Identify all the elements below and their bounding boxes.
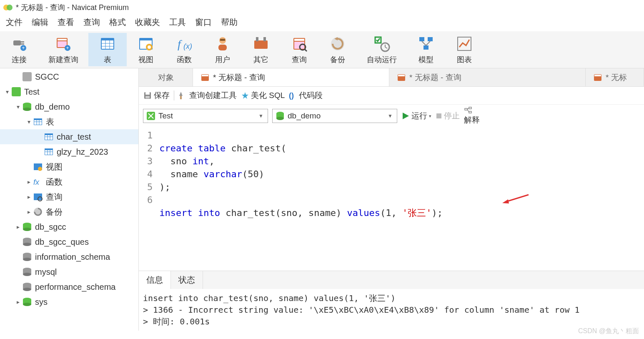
- connection-tree[interactable]: SGCC▾Test▾db_demo▾表char_testglzy_hz_2023…: [0, 68, 139, 331]
- tree-item[interactable]: performance_schema: [0, 279, 138, 294]
- menu-query[interactable]: 查询: [83, 17, 100, 28]
- tree-toggle-icon[interactable]: ▸: [14, 223, 22, 230]
- toolbar-chart[interactable]: 图表: [445, 33, 484, 66]
- tree-toggle-icon[interactable]: ▸: [25, 193, 33, 200]
- svg-text:(): (): [289, 91, 294, 100]
- toolbar-autorun[interactable]: 自动运行: [357, 33, 407, 66]
- model-icon: [417, 35, 435, 53]
- explain-button[interactable]: 解释: [464, 106, 480, 126]
- query-toolbar: 保存 查询创建工具 美化 SQL () 代码段: [139, 87, 644, 105]
- svg-rect-96: [145, 92, 150, 95]
- menu-view[interactable]: 查看: [58, 17, 74, 28]
- run-button[interactable]: 运行 ▾: [401, 110, 431, 121]
- conn-grey-icon: [22, 71, 33, 82]
- tree-item[interactable]: ▸sys: [0, 294, 138, 309]
- tree-item[interactable]: ▾Test: [0, 84, 138, 99]
- content-area: 对象* 无标题 - 查询* 无标题 - 查询* 无标 保存 查询创建工具 美化 …: [139, 68, 644, 331]
- document-tab[interactable]: * 无标题 - 查询: [193, 68, 389, 86]
- svg-rect-51: [34, 120, 42, 125]
- menu-favorites[interactable]: 收藏夹: [135, 17, 160, 28]
- tree-toggle-icon[interactable]: ▸: [25, 178, 33, 185]
- tree-item[interactable]: ▸查询: [0, 189, 138, 204]
- toolbar-label: 连接: [12, 55, 27, 65]
- tree-item[interactable]: mysql: [0, 264, 138, 279]
- sql-editor[interactable]: 123456 create table char_test( sno int, …: [139, 128, 644, 271]
- toolbar-model[interactable]: 模型: [407, 33, 445, 66]
- table-icon: [98, 35, 117, 53]
- menu-file[interactable]: 文件: [6, 17, 23, 28]
- document-tab[interactable]: 对象: [139, 68, 193, 86]
- tree-item[interactable]: ▸db_sgcc: [0, 219, 138, 234]
- tree-label: SGCC: [35, 72, 59, 82]
- svg-point-79: [23, 258, 31, 261]
- document-tab[interactable]: * 无标: [586, 68, 644, 86]
- explain-label: 解释: [464, 116, 480, 124]
- toolbar-plug[interactable]: +连接: [0, 33, 38, 66]
- svg-rect-107: [436, 113, 441, 118]
- svg-point-49: [23, 108, 31, 111]
- svg-rect-8: [58, 39, 67, 40]
- tree-item[interactable]: ▸fx函数: [0, 174, 138, 189]
- document-tab[interactable]: * 无标题 - 查询: [389, 68, 586, 86]
- toolbar-label: 用户: [215, 55, 230, 65]
- tree-toggle-icon[interactable]: ▾: [25, 118, 33, 125]
- result-tab-status[interactable]: 状态: [171, 271, 203, 289]
- connection-selector[interactable]: Test ▼: [143, 109, 268, 123]
- toolbar-user[interactable]: 用户: [203, 33, 242, 66]
- tab-label: * 无标: [606, 72, 627, 83]
- tree-item[interactable]: ▸备份: [0, 204, 138, 219]
- toolbar-other[interactable]: 其它: [242, 33, 280, 66]
- tree-toggle-icon[interactable]: ▾: [3, 88, 11, 95]
- tree-toggle-icon[interactable]: ▾: [14, 103, 22, 110]
- table-item-icon: [43, 131, 54, 142]
- tree-toggle-icon[interactable]: ▸: [25, 208, 33, 215]
- tree-item[interactable]: ▾表: [0, 114, 138, 129]
- svg-rect-43: [423, 45, 428, 50]
- svg-rect-42: [428, 37, 433, 41]
- toolbar-new-query[interactable]: +新建查询: [38, 33, 88, 66]
- menu-format[interactable]: 格式: [109, 17, 126, 28]
- tree-item[interactable]: char_test: [0, 129, 138, 144]
- tree-item[interactable]: ▾db_demo: [0, 99, 138, 114]
- toolbar-label: 表: [104, 55, 111, 65]
- toolbar-fx[interactable]: f(x)函数: [165, 33, 203, 66]
- menu-tools[interactable]: 工具: [169, 17, 186, 28]
- menu-window[interactable]: 窗口: [195, 17, 212, 28]
- tree-label: 备份: [46, 206, 63, 218]
- menu-help[interactable]: 帮助: [221, 17, 238, 28]
- database-selector[interactable]: db_demo ▼: [272, 109, 397, 123]
- menu-edit[interactable]: 编辑: [32, 17, 48, 28]
- tree-item[interactable]: glzy_hz_2023: [0, 144, 138, 159]
- toolbar-backup[interactable]: 备份: [318, 33, 357, 66]
- toolbar-view[interactable]: 视图: [127, 33, 165, 66]
- tree-item[interactable]: db_sgcc_ques: [0, 234, 138, 249]
- window-title: * 无标题 - 查询 - Navicat Premium: [16, 3, 129, 13]
- beautify-sql-button[interactable]: 美化 SQL: [241, 90, 285, 101]
- db-green-icon: [22, 101, 33, 112]
- snippet-button[interactable]: () 代码段: [289, 90, 323, 101]
- tree-item[interactable]: 视图: [0, 159, 138, 174]
- builder-label: 查询创建工具: [189, 90, 237, 101]
- toolbar-table[interactable]: 表: [88, 33, 127, 66]
- toolbar-query[interactable]: 查询: [280, 33, 318, 66]
- code-area[interactable]: create table char_test( sno int, sname v…: [156, 128, 446, 271]
- tree-label: db_demo: [35, 102, 70, 112]
- tree-item[interactable]: SGCC: [0, 69, 138, 84]
- tab-label: * 无标题 - 查询: [213, 72, 265, 83]
- separator: [174, 90, 174, 100]
- svg-line-111: [506, 195, 529, 202]
- result-output[interactable]: insert into char_test(sno, sname) values…: [139, 289, 644, 331]
- beautify-label: 美化 SQL: [251, 90, 285, 101]
- svg-text:(x): (x): [183, 42, 192, 50]
- autorun-icon: [373, 35, 391, 53]
- tree-toggle-icon[interactable]: ▸: [14, 299, 22, 305]
- svg-rect-4: [21, 43, 24, 45]
- svg-text:f: f: [178, 38, 182, 50]
- toolbar-label: 查询: [292, 55, 307, 65]
- svg-rect-31: [294, 39, 304, 41]
- tree-item[interactable]: information_schema: [0, 249, 138, 264]
- result-tab-info[interactable]: 信息: [139, 271, 171, 289]
- save-button[interactable]: 保存: [143, 90, 170, 101]
- tree-label: Test: [24, 87, 40, 97]
- query-builder-button[interactable]: 查询创建工具: [178, 90, 237, 101]
